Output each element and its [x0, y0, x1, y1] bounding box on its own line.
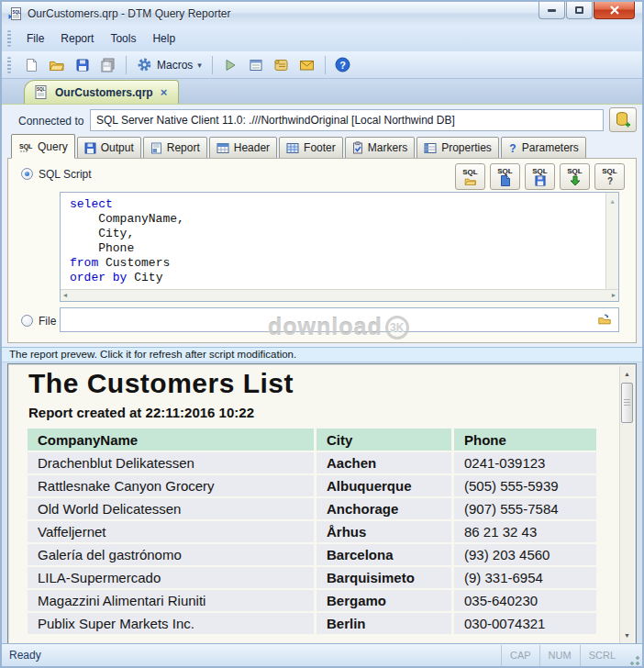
connection-string-field[interactable] [90, 109, 604, 131]
macros-button[interactable]: Macros ▾ [131, 54, 207, 76]
script-button[interactable] [270, 54, 294, 76]
tab-parameters[interactable]: ? Parameters [501, 137, 586, 159]
status-message: Ready [2, 649, 501, 662]
sql-script-radio[interactable] [21, 168, 33, 180]
change-connection-button[interactable] [609, 107, 637, 132]
tab-label: Footer [304, 141, 336, 154]
report-title: The Customers List [28, 368, 294, 399]
tab-label: Query [38, 140, 68, 153]
resize-grip[interactable] [627, 653, 640, 666]
browse-file-button[interactable] [594, 310, 616, 328]
cell-phone: 0241-039123 [454, 452, 596, 473]
menu-report[interactable]: Report [52, 28, 102, 49]
minimize-button[interactable] [539, 2, 565, 19]
tab-report[interactable]: Report [143, 137, 207, 159]
run-report-button[interactable] [218, 54, 242, 76]
document-tab[interactable]: SQL OurCustomers.qrp × [24, 80, 179, 104]
save-sql-button[interactable]: SQL [525, 163, 555, 190]
parameters-question-icon: ? [508, 142, 517, 154]
output-save-icon [84, 142, 96, 154]
main-panel: Connected to SQL Query Output Report Hea… [2, 105, 642, 347]
cell-company: Publix Super Markets Inc. [28, 613, 314, 634]
document-tab-label: OurCustomers.qrp [55, 86, 153, 99]
sql-button-label: SQL [567, 167, 582, 175]
menu-bar: File Report Tools Help [2, 26, 642, 51]
scroll-down-icon[interactable]: ▼ [620, 629, 634, 642]
sql-help-button[interactable]: SQL ? [594, 163, 625, 190]
tab-markers[interactable]: Markers [345, 137, 415, 159]
tab-label: Report [167, 141, 200, 154]
file-label: File [39, 315, 56, 328]
svg-text:SQL: SQL [19, 143, 33, 150]
scroll-icon [273, 58, 289, 72]
cell-phone: 030-0074321 [454, 613, 596, 634]
menu-file[interactable]: File [18, 28, 52, 49]
sql-keyword: order by [70, 271, 127, 284]
cell-company: Old World Delicatessen [28, 498, 314, 519]
code-line: from Customers [70, 256, 618, 271]
tab-label: Parameters [522, 141, 579, 154]
close-button[interactable] [594, 2, 635, 19]
report-view-button[interactable] [244, 54, 268, 76]
title-bar[interactable]: SQL OurCustomers.qrp - DTM Query Reporte… [2, 2, 642, 26]
open-file-button[interactable] [45, 54, 69, 76]
blue-page-icon [500, 175, 510, 186]
import-sql-button[interactable]: SQL [560, 163, 590, 190]
tab-header[interactable]: Header [209, 137, 277, 159]
scrollbar-thumb[interactable] [621, 383, 633, 423]
paste-sql-button[interactable]: SQL [490, 163, 520, 190]
save-all-icon [100, 58, 117, 72]
query-sql-icon: SQL [18, 140, 33, 153]
svg-text:SQL: SQL [37, 87, 46, 92]
close-icon [610, 6, 619, 15]
menu-help[interactable]: Help [144, 28, 183, 49]
tab-properties[interactable]: Properties [416, 137, 499, 159]
new-file-icon [24, 58, 39, 72]
report-preview[interactable]: The Customers List Report created at 22:… [7, 363, 637, 646]
save-all-button[interactable] [96, 54, 120, 76]
cell-phone: 035-640230 [454, 590, 596, 611]
open-sql-file-button[interactable]: SQL [455, 163, 485, 190]
scroll-up-icon[interactable]: ▲ [620, 367, 634, 381]
sql-file-icon: SQL [34, 84, 48, 100]
scroll-left-icon[interactable]: ◄ [63, 288, 67, 302]
scroll-up-icon[interactable]: ▲ [610, 198, 614, 206]
open-folder-icon [49, 58, 65, 72]
mail-icon [299, 59, 315, 72]
cell-phone: (9) 331-6954 [454, 567, 596, 588]
toolbar-separator [126, 56, 127, 74]
tab-close-icon[interactable]: × [161, 85, 168, 99]
maximize-button[interactable] [566, 2, 593, 19]
column-header-phone: Phone [454, 429, 596, 451]
sql-text: City, [70, 227, 134, 240]
preview-vertical-scrollbar[interactable]: ▲ ▼ [619, 366, 634, 643]
mail-button[interactable] [295, 54, 319, 76]
sql-editor[interactable]: select CompanyName, City, Phone from Cus… [60, 192, 619, 302]
cell-phone: (93) 203 4560 [454, 544, 596, 565]
help-button[interactable]: ? [331, 54, 355, 76]
file-radio[interactable] [21, 315, 33, 327]
properties-list-icon [424, 142, 437, 154]
toolbar-grip[interactable] [7, 57, 11, 73]
menu-tools[interactable]: Tools [102, 28, 144, 49]
open-folder-icon [464, 176, 477, 186]
svg-text:?: ? [509, 142, 516, 154]
cell-city: Barquisimeto [316, 567, 451, 588]
save-button[interactable] [71, 54, 94, 76]
tab-footer[interactable]: Footer [279, 137, 343, 159]
scroll-right-icon[interactable]: ► [612, 288, 616, 302]
help-icon: ? [335, 57, 350, 72]
new-file-button[interactable] [19, 54, 43, 76]
file-path-field[interactable] [62, 310, 591, 329]
tab-output[interactable]: Output [77, 137, 141, 159]
footer-table-icon [286, 142, 299, 154]
cell-city: Albuquerque [316, 475, 451, 496]
gear-icon [137, 57, 152, 72]
markers-clipboard-icon [352, 141, 363, 154]
editor-vertical-scrollbar[interactable]: ▲ [605, 193, 618, 289]
menu-grip[interactable] [7, 30, 11, 47]
query-panel: SQL Script SQL SQL SQL SQL [7, 158, 637, 343]
editor-horizontal-scrollbar[interactable]: ◄ ► [61, 289, 618, 301]
tab-query[interactable]: SQL Query [11, 134, 75, 159]
save-icon [535, 175, 546, 186]
